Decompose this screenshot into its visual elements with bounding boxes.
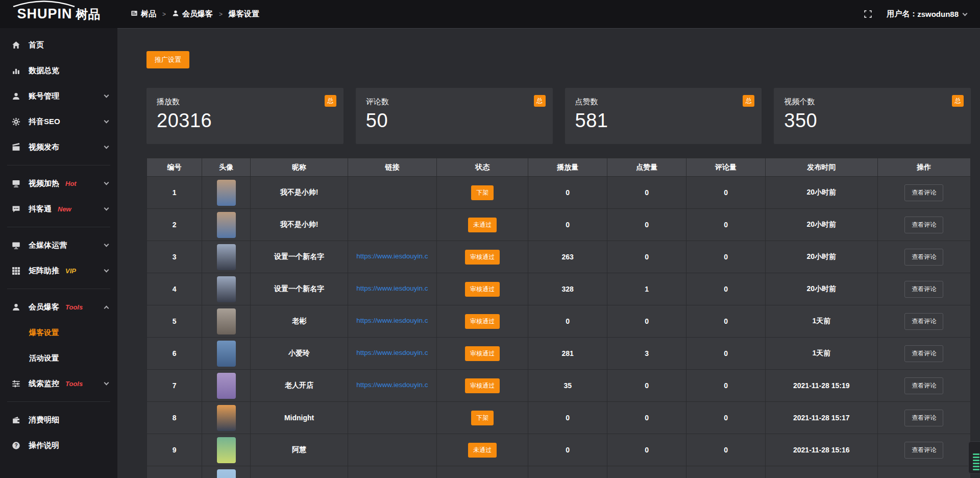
svg-text:?: ? — [14, 442, 17, 448]
sidebar-item[interactable]: 消费明细 — [0, 407, 117, 433]
sidebar-item-label: 账号管理 — [29, 91, 59, 101]
cell-likes: 1 — [607, 273, 687, 305]
cell-action: 查看评论 — [877, 273, 970, 305]
brand-logo[interactable]: SHUPIN 树品 — [0, 0, 117, 28]
cell-nickname: 设置一个新名字 — [251, 273, 348, 305]
cell-time — [766, 466, 878, 478]
table-row: 4设置一个新名字https://www.iesdouyin.c审核通过32810… — [147, 273, 971, 305]
cell-nickname: 设置一个新名字 — [251, 241, 348, 273]
view-comments-button[interactable]: 查看评论 — [904, 313, 943, 330]
video-link[interactable]: https://www.iesdouyin.c — [356, 381, 428, 389]
app-window-icon — [131, 10, 138, 18]
sidebar-item[interactable]: 首页 — [0, 32, 117, 58]
promo-settings-button[interactable]: 推广设置 — [146, 51, 189, 68]
video-link[interactable]: https://www.iesdouyin.c — [356, 349, 428, 356]
view-comments-button[interactable]: 查看评论 — [904, 442, 943, 459]
cell-link: https://www.iesdouyin.c — [348, 241, 436, 273]
sidebar-item-label: 消费明细 — [29, 415, 59, 425]
username-label: 用户名： — [887, 9, 917, 19]
cell-plays: 0 — [528, 209, 607, 241]
cell-status: 审核通过 — [437, 305, 528, 338]
sidebar-subitem[interactable]: 活动设置 — [0, 345, 117, 371]
chevron-down-icon — [104, 93, 109, 98]
total-badge: 总 — [952, 95, 964, 107]
view-comments-button[interactable]: 查看评论 — [904, 281, 943, 298]
cell-id — [147, 466, 202, 478]
cell-action: 查看评论 — [877, 305, 970, 338]
video-link[interactable]: https://www.iesdouyin.c — [356, 317, 428, 324]
status-badge[interactable]: 未通过 — [468, 218, 497, 232]
cell-link — [348, 434, 436, 466]
breadcrumb-item-home[interactable]: 树品 — [131, 9, 156, 19]
sidebar-item[interactable]: 全媒体运营 — [0, 232, 117, 258]
breadcrumb-label: 爆客设置 — [229, 9, 259, 19]
table-body: 1我不是小帅!下架00020小时前查看评论2我不是小帅!未通过00020小时前查… — [147, 177, 971, 478]
status-badge[interactable]: 审核通过 — [465, 314, 500, 329]
topbar: SHUPIN 树品 树品 > 会员爆客 > 爆客设置 用户名： zswodun8… — [0, 0, 980, 28]
sidebar-item[interactable]: 数据总览 — [0, 58, 117, 83]
sidebar-item[interactable]: 账号管理 — [0, 83, 117, 109]
status-badge[interactable]: 审核通过 — [465, 250, 500, 265]
status-badge[interactable]: 审核通过 — [465, 378, 500, 393]
sidebar-item-label: 首页 — [29, 40, 44, 50]
sidebar-item[interactable]: 抖音SEO — [0, 109, 117, 134]
cell-status — [437, 466, 528, 478]
cell-likes: 0 — [607, 370, 687, 402]
cell-id: 9 — [147, 434, 202, 466]
cell-nickname: 老彬 — [251, 305, 348, 338]
video-link[interactable]: https://www.iesdouyin.c — [356, 284, 428, 292]
cell-id: 2 — [147, 209, 202, 241]
float-widget[interactable] — [968, 441, 980, 474]
sidebar-item[interactable]: 矩阵助推VIP — [0, 258, 117, 283]
sidebar-item[interactable]: 视频加热Hot — [0, 171, 117, 196]
cell-plays: 0 — [528, 177, 607, 209]
sidebar-item[interactable]: 线索监控Tools — [0, 371, 117, 396]
cell-plays: 0 — [528, 402, 607, 434]
cell-id: 5 — [147, 305, 202, 338]
cell-avatar — [202, 338, 251, 370]
sidebar-item[interactable]: ?操作说明 — [0, 433, 117, 458]
status-badge[interactable]: 下架 — [471, 185, 494, 200]
cell-likes: 0 — [607, 434, 687, 466]
view-comments-button[interactable]: 查看评论 — [904, 410, 943, 426]
sidebar-item[interactable]: 视频发布 — [0, 134, 117, 160]
status-badge[interactable]: 未通过 — [468, 443, 497, 458]
brand-name-en: SHUPIN — [17, 6, 72, 22]
status-badge[interactable]: 下架 — [471, 411, 494, 425]
view-comments-button[interactable]: 查看评论 — [904, 377, 943, 394]
cell-id: 1 — [147, 177, 202, 209]
cell-avatar — [202, 209, 251, 241]
sidebar-item-label: 数据总览 — [29, 66, 59, 76]
video-link[interactable]: https://www.iesdouyin.c — [356, 252, 428, 260]
stat-card: 评论数总50 — [356, 88, 553, 144]
stat-value: 581 — [575, 110, 752, 132]
column-header: 编号 — [147, 158, 202, 177]
menu-badge: Hot — [65, 180, 77, 187]
cell-nickname: 阿慧 — [251, 434, 348, 466]
cell-avatar — [202, 466, 251, 478]
sidebar-item-label: 矩阵助推 — [29, 266, 59, 276]
view-comments-button[interactable]: 查看评论 — [904, 345, 943, 362]
sidebar-item-label: 操作说明 — [29, 441, 59, 450]
table-row — [147, 466, 971, 478]
sidebar-item[interactable]: 会员爆客Tools — [0, 294, 117, 320]
status-badge[interactable]: 审核通过 — [465, 346, 500, 361]
fullscreen-icon[interactable] — [864, 10, 872, 18]
breadcrumb: 树品 > 会员爆客 > 爆客设置 — [131, 9, 259, 19]
view-comments-button[interactable]: 查看评论 — [904, 249, 943, 266]
sidebar-subitem[interactable]: 爆客设置 — [0, 320, 117, 345]
gear-icon — [12, 117, 21, 126]
sidebar-item[interactable]: 抖客通New — [0, 196, 117, 222]
chevron-down-icon — [104, 242, 109, 247]
view-comments-button[interactable]: 查看评论 — [904, 217, 943, 233]
user-menu[interactable]: 用户名： zswodun88 — [887, 9, 967, 19]
cell-nickname: Midnight — [251, 402, 348, 434]
view-comments-button[interactable]: 查看评论 — [904, 184, 943, 201]
status-badge[interactable]: 审核通过 — [465, 282, 500, 297]
breadcrumb-item-member[interactable]: 会员爆客 — [172, 9, 213, 19]
breadcrumb-label: 会员爆客 — [182, 9, 213, 19]
user-icon — [12, 92, 21, 101]
cell-id: 6 — [147, 338, 202, 370]
username-value: zswodun88 — [917, 10, 959, 18]
cell-likes: 3 — [607, 338, 687, 370]
